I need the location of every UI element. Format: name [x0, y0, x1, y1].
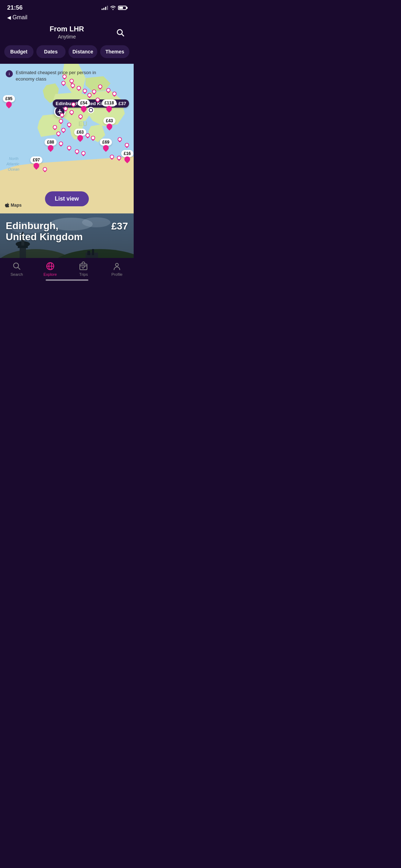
- search-nav-label: Search: [10, 272, 23, 277]
- trips-nav-icon: [79, 262, 88, 271]
- profile-nav-label: Profile: [112, 272, 123, 277]
- status-icons: [102, 6, 127, 10]
- explore-nav-label: Explore: [43, 272, 57, 277]
- search-button[interactable]: [114, 26, 127, 39]
- svg-line-39: [18, 267, 20, 269]
- svg-text:Ocean: Ocean: [8, 167, 19, 171]
- map-background: North Atlantic Ocean EU: [0, 64, 134, 213]
- price-pin-69[interactable]: £69: [100, 139, 112, 151]
- map-container[interactable]: North Atlantic Ocean EU i Estimated chea…: [0, 64, 134, 213]
- destination-name-line2: United Kingdom: [6, 232, 83, 243]
- header: From LHR Anytime: [0, 22, 134, 45]
- profile-nav-icon: [112, 262, 122, 271]
- apple-maps-text: Maps: [11, 203, 22, 208]
- wifi-icon: [110, 6, 116, 10]
- nav-item-search[interactable]: Search: [6, 262, 27, 277]
- price-pin-63[interactable]: £63: [74, 129, 86, 141]
- battery-icon: [118, 6, 127, 10]
- back-label: Gmail: [12, 14, 27, 21]
- status-bar: 21:56: [0, 0, 134, 14]
- price-pin-54[interactable]: £54: [78, 99, 90, 112]
- filter-bar: Budget Dates Distance Themes: [0, 45, 134, 64]
- price-pin-16[interactable]: £16: [121, 150, 133, 162]
- destination-price: £37: [111, 221, 128, 232]
- explore-nav-icon: [46, 262, 55, 271]
- info-icon: i: [6, 70, 13, 77]
- apple-maps-watermark: Maps: [5, 203, 22, 208]
- themes-filter-button[interactable]: Themes: [100, 45, 129, 58]
- edinburgh-pin[interactable]: Edinburgh, United Kingdom £37: [53, 99, 129, 113]
- back-arrow-icon: ◀: [7, 15, 11, 20]
- svg-rect-43: [80, 264, 87, 270]
- signal-icon: [102, 6, 108, 10]
- nav-item-profile[interactable]: Profile: [106, 262, 128, 277]
- svg-text:North: North: [9, 156, 19, 161]
- dates-filter-button[interactable]: Dates: [36, 45, 66, 58]
- price-pin-95[interactable]: £95: [3, 95, 15, 107]
- svg-point-45: [115, 263, 118, 266]
- price-pin-88[interactable]: £88: [45, 139, 57, 151]
- search-nav-icon: [12, 262, 21, 271]
- header-center: From LHR Anytime: [20, 25, 114, 40]
- svg-line-1: [122, 34, 124, 36]
- apple-logo-icon: [5, 203, 9, 208]
- edinburgh-pin-label: Edinburgh, United Kingdom £37: [53, 99, 129, 108]
- price-pin-118[interactable]: £118: [102, 99, 117, 112]
- destination-name-line1: Edinburgh,: [6, 221, 83, 232]
- price-pin-97[interactable]: £97: [30, 156, 42, 169]
- nav-item-trips[interactable]: Trips: [73, 262, 94, 277]
- svg-text:EU: EU: [78, 120, 87, 128]
- map-info-banner: i Estimated cheapest price per person in…: [6, 69, 106, 82]
- header-title: From LHR: [20, 25, 114, 33]
- svg-text:Atlantic: Atlantic: [6, 162, 20, 166]
- budget-filter-button[interactable]: Budget: [4, 45, 34, 58]
- destination-top: Edinburgh, United Kingdom £37: [6, 221, 128, 243]
- status-time: 21:56: [7, 4, 22, 11]
- back-navigation[interactable]: ◀ Gmail: [0, 14, 134, 22]
- home-indicator: [46, 279, 88, 281]
- list-view-button[interactable]: List view: [45, 191, 89, 206]
- price-pin-43[interactable]: £43: [103, 117, 115, 129]
- search-icon: [116, 28, 124, 37]
- destination-name: Edinburgh, United Kingdom: [6, 221, 83, 243]
- bottom-navigation: Search Explore: [0, 258, 134, 289]
- header-subtitle: Anytime: [20, 34, 114, 40]
- trips-nav-label: Trips: [79, 272, 88, 277]
- map-info-text: Estimated cheapest price per person in e…: [16, 69, 106, 82]
- nav-item-explore[interactable]: Explore: [40, 262, 61, 277]
- distance-filter-button[interactable]: Distance: [68, 45, 98, 58]
- nav-items: Search Explore: [0, 262, 134, 277]
